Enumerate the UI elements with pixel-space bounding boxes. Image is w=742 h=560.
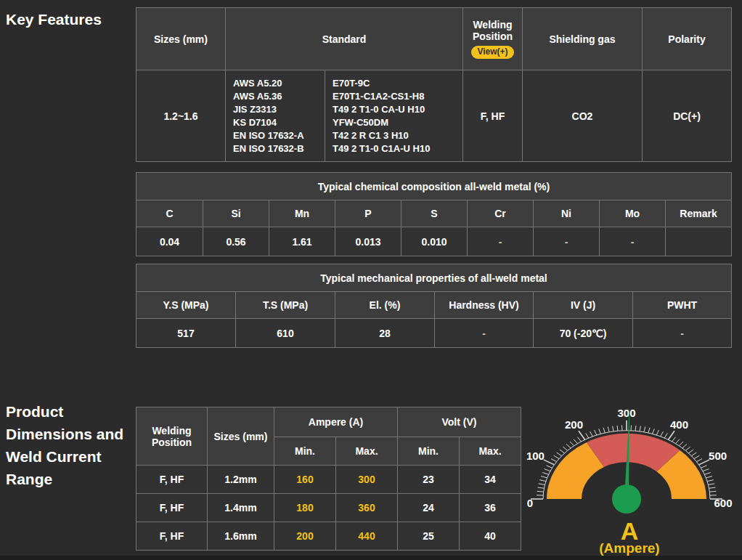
table-row: F, HF 1.6mm 200 440 25 40	[136, 522, 521, 551]
key-features-heading: Key Features	[6, 8, 102, 31]
chem-value: 0.010	[401, 227, 468, 256]
key-features-table: Sizes (mm) Standard Welding Position Vie…	[136, 7, 732, 162]
gauge-tick-label: 0	[527, 497, 533, 509]
gauge-tick-label: 300	[617, 407, 635, 419]
gauge-tick	[542, 473, 548, 475]
mechanical-table-title: Typical mechanical properties of all-wel…	[136, 264, 732, 292]
gauge-tick	[544, 460, 555, 465]
cr-size: 1.2mm	[208, 466, 274, 494]
cr-volt-max: 40	[460, 522, 521, 551]
mech-header: T.S (MPa)	[236, 292, 335, 319]
mech-header: IV (J)	[534, 292, 633, 319]
gauge-tick	[679, 442, 683, 446]
gauge-tick	[696, 459, 702, 462]
kf-header-standard: Standard	[226, 8, 463, 70]
current-range-table: Welding Position Sizes (mm) Ampere (A) V…	[136, 407, 521, 551]
standard-item: T49 2 T1-0 CA-U H10	[333, 103, 462, 116]
chem-value	[666, 227, 732, 256]
view-toggle-button[interactable]: View(+)	[471, 46, 513, 59]
standard-item: EN ISO 17632-A	[233, 129, 325, 142]
gauge-tick	[706, 476, 712, 478]
gauge-tick-label: 600	[714, 497, 732, 509]
cr-header-welding-position: Welding Position	[136, 407, 208, 466]
mechanical-properties-table: Typical mechanical properties of all-wel…	[136, 264, 732, 348]
gauge-tick	[708, 484, 714, 485]
standard-item: KS D7104	[233, 116, 325, 129]
chemical-table-title: Typical chemical composition all-weld me…	[136, 173, 732, 200]
gauge-tick	[704, 473, 710, 475]
gauge-tick-label: 200	[565, 418, 583, 431]
standard-item: YFW-C50DM	[333, 116, 462, 129]
gauge-tick	[656, 430, 659, 435]
gauge-tick	[554, 455, 559, 458]
cr-welding-position: F, HF	[136, 466, 208, 494]
chem-header: S	[401, 200, 468, 227]
chem-value: 1.61	[269, 227, 335, 256]
chem-header: Mo	[600, 200, 666, 227]
gauge-tick-label: 100	[526, 450, 545, 462]
product-dimensions-heading: Product Dimensions and Weld Current Rang…	[6, 400, 135, 490]
gauge-tick	[644, 427, 645, 432]
gauge-tick	[545, 469, 550, 471]
cr-header-ampere: Ampere (A)	[274, 407, 398, 437]
gauge-tick	[640, 426, 640, 431]
gauge-tick	[603, 428, 605, 433]
chem-value: 0.04	[136, 227, 203, 256]
mech-value: 610	[236, 319, 335, 348]
gauge-tick	[688, 450, 693, 453]
chem-header: Si	[203, 200, 269, 227]
chem-value: -	[534, 227, 600, 256]
gauge-tick	[701, 466, 706, 468]
mech-header: PWHT	[633, 292, 732, 319]
cr-welding-position: F, HF	[136, 522, 208, 551]
gauge-tick	[590, 431, 593, 437]
gauge-tick	[537, 491, 544, 492]
cr-header-max: Max.	[336, 437, 398, 466]
cr-welding-position: F, HF	[136, 494, 208, 522]
mech-value: 517	[136, 319, 236, 348]
gauge-tick	[563, 447, 567, 450]
chem-header: Mn	[269, 200, 335, 227]
gauge-tick	[551, 459, 557, 462]
gauge-tick	[539, 484, 545, 485]
cr-ampere-min: 200	[274, 522, 336, 551]
cr-header-max: Max.	[460, 437, 521, 466]
cr-ampere-min: 160	[274, 466, 336, 494]
cr-volt-min: 25	[398, 522, 460, 551]
gauge-tick	[635, 426, 636, 431]
gauge-tick	[709, 491, 716, 492]
standard-item: JIS Z3313	[233, 103, 325, 116]
chem-value: -	[600, 227, 666, 256]
gauge-tick	[538, 487, 545, 488]
kf-polarity-value: DC(+)	[643, 70, 732, 162]
gauge-tick	[685, 447, 690, 450]
cr-ampere-max: 440	[336, 522, 398, 551]
mech-value: -	[435, 319, 534, 348]
gauge-pivot	[612, 484, 641, 514]
kf-welding-position-value: F, HF	[463, 70, 523, 162]
ampere-gauge: 0100200300400500600	[524, 389, 735, 514]
kf-header-shielding-gas: Shielding gas	[523, 8, 643, 70]
gauge-tick	[570, 442, 574, 446]
chem-header: C	[136, 200, 203, 227]
mech-value: 28	[335, 319, 435, 348]
kf-header-welding-position-label: Welding Position	[473, 19, 513, 42]
cr-volt-min: 23	[398, 466, 460, 494]
cr-volt-max: 34	[460, 466, 521, 494]
gauge-tick	[595, 430, 597, 435]
gauge-tick	[541, 476, 547, 478]
gauge-tick	[613, 426, 613, 431]
gauge-tick-label: 400	[670, 418, 688, 431]
kf-standards-list-b: E70T-9C E70T1-C1A2-CS1-H8 T49 2 T1-0 CA-…	[325, 70, 463, 162]
standard-item: E70T1-C1A2-CS1-H8	[333, 90, 462, 103]
cr-ampere-max: 360	[336, 494, 398, 522]
gauge-tick	[703, 469, 709, 471]
gauge-tick	[676, 439, 680, 444]
cr-header-sizes: Sizes (mm)	[208, 407, 274, 466]
chem-header: Ni	[534, 200, 600, 227]
gauge-tick	[599, 429, 601, 434]
gauge-tick	[574, 439, 577, 444]
gauge-tick	[661, 431, 664, 437]
standard-item: AWS A5.20	[233, 77, 325, 90]
chem-header: Cr	[468, 200, 534, 227]
